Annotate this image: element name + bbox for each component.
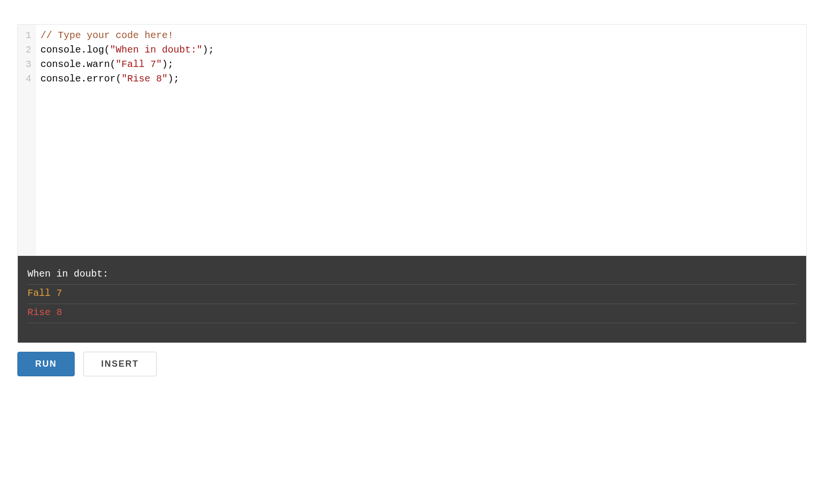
code-line: console.error("Rise 8"); [40,72,801,86]
console-warn-line: Fall 7 [27,285,797,304]
code-token: . [81,73,87,84]
code-token: console [40,59,81,70]
console-log-line: When in doubt: [27,265,797,285]
code-token: console [40,73,81,84]
line-number: 4 [26,72,31,86]
console-error-line: Rise 8 [27,304,797,323]
code-token: // Type your code here! [40,30,173,41]
code-editor-panel: 1234 // Type your code here!console.log(… [17,24,807,343]
line-number: 1 [26,28,31,43]
insert-button[interactable]: Insert [83,352,157,376]
code-token: ( [116,73,121,84]
code-token: "Fall 7" [116,59,162,70]
code-line: // Type your code here! [40,28,801,43]
code-token: "Rise 8" [121,73,168,84]
line-number: 3 [26,57,31,72]
code-token: ) [168,73,173,84]
code-token: "When in doubt:" [110,44,202,55]
code-token: console [40,44,81,55]
console-output-panel: When in doubt:Fall 7Rise 8 [18,256,806,343]
code-token: . [81,59,87,70]
line-number: 2 [26,43,31,57]
code-token: ; [208,44,214,55]
code-token: ( [110,59,116,70]
run-button[interactable]: Run [17,352,75,376]
code-editor[interactable]: 1234 // Type your code here!console.log(… [18,25,806,256]
code-token: warn [87,59,110,70]
code-token: error [87,73,116,84]
code-token: ; [173,73,179,84]
code-token: ( [104,44,110,55]
toolbar: Run Insert [17,352,807,376]
code-token: ) [202,44,208,55]
code-token: . [81,44,87,55]
code-text-area[interactable]: // Type your code here!console.log("When… [36,25,806,256]
code-token: ) [162,59,168,70]
code-line: console.warn("Fall 7"); [40,57,801,72]
code-token: ; [168,59,173,70]
code-line: console.log("When in doubt:"); [40,43,801,57]
line-number-gutter: 1234 [18,25,36,256]
code-token: log [87,44,104,55]
